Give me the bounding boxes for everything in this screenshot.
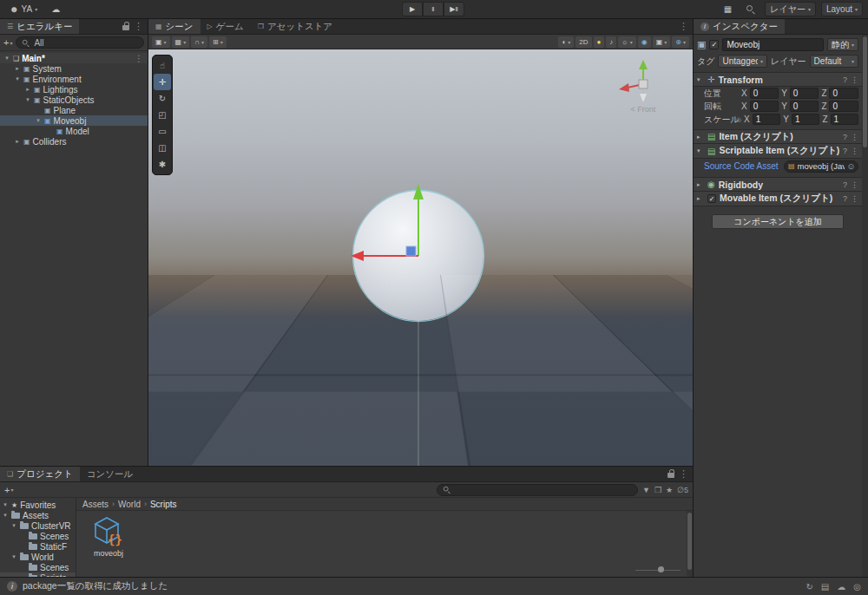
scrollbar-thumb[interactable]	[863, 36, 867, 147]
rect-tool-button[interactable]: ▭	[154, 123, 171, 140]
foldout-arrow-icon[interactable]: ▾	[3, 55, 10, 62]
step-button[interactable]: ▶‖	[444, 2, 464, 16]
active-checkbox[interactable]: ✓	[709, 40, 719, 49]
foldout-arrow-icon[interactable]: ▾	[24, 96, 31, 103]
hierarchy-item-main[interactable]: ▾ ❏ Main* ⋮	[0, 53, 148, 63]
position-x-field[interactable]: 0	[750, 88, 779, 99]
account-button[interactable]: ☻ YA ▾	[5, 2, 42, 16]
gizmo-xy-plane-handle[interactable]	[406, 246, 416, 256]
source-code-asset-field[interactable]: ▤ moveobj (Java S ⊙	[784, 160, 858, 173]
hierarchy-item-colliders[interactable]: ▸ ▣ Colliders	[0, 136, 148, 147]
layers-dropdown[interactable]: レイヤー ▾	[765, 2, 816, 16]
lock-icon[interactable]	[122, 25, 129, 30]
scale-x-field[interactable]: 1	[753, 114, 780, 125]
project-scrollbar[interactable]	[687, 511, 693, 577]
foldout-arrow-icon[interactable]: ▸	[24, 86, 31, 93]
rotation-y-field[interactable]: 0	[790, 101, 819, 112]
status-message[interactable]: package一覧の取得に成功しました	[23, 580, 168, 592]
scene-audio-toggle[interactable]: ♪	[606, 36, 616, 48]
console-icon[interactable]: ▤	[821, 582, 829, 592]
object-name-field[interactable]: Moveobj	[722, 38, 824, 51]
kebab-menu-icon[interactable]: ⋮	[679, 468, 688, 480]
scale-y-field[interactable]: 1	[792, 114, 819, 125]
kebab-menu-icon[interactable]: ⋮	[135, 54, 148, 63]
help-icon[interactable]: ?	[843, 133, 847, 141]
kebab-menu-icon[interactable]: ⋮	[679, 21, 688, 32]
status-circle-icon[interactable]: ◎	[853, 582, 861, 592]
search-button[interactable]	[741, 2, 760, 16]
camera-settings-dropdown[interactable]: ▣ ▾	[653, 36, 671, 48]
tab-scene[interactable]: ▦ シーン	[148, 19, 201, 34]
help-icon[interactable]: ?	[843, 147, 847, 155]
hand-tool-button[interactable]: ☝	[154, 57, 171, 74]
component-header-movable-item[interactable]: ▸ ✓ Movable Item (スクリプト) ? ⋮	[694, 192, 862, 206]
cloud-button[interactable]: ☁	[47, 2, 64, 16]
foldout-arrow-icon[interactable]: ▾	[35, 117, 42, 124]
project-tree-clustervr[interactable]: ▾ ClusterVR	[0, 520, 76, 531]
activity-refresh-icon[interactable]: ↻	[806, 582, 812, 592]
gizmo-center-cube[interactable]	[639, 80, 648, 88]
kebab-menu-icon[interactable]: ⋮	[851, 180, 858, 189]
orientation-gizmo[interactable]: < Front	[606, 53, 681, 114]
search-by-type-icon[interactable]: ▼	[642, 486, 650, 494]
lock-icon[interactable]	[667, 473, 674, 478]
effects-dropdown[interactable]: ☼ ▾	[618, 36, 635, 48]
slider-knob[interactable]	[658, 566, 664, 572]
tab-hierarchy[interactable]: ☰ ヒエラルキー	[0, 19, 79, 34]
project-tree-assets[interactable]: ▾ Assets	[0, 510, 76, 520]
pause-button[interactable]: ‖	[423, 2, 444, 16]
kebab-menu-icon[interactable]: ⋮	[851, 75, 858, 84]
foldout-arrow-icon[interactable]: ▾	[697, 76, 704, 83]
axis-down-cone[interactable]	[640, 94, 647, 102]
hierarchy-item-moveobj[interactable]: ▾ ▣ Moveobj	[0, 115, 148, 126]
hierarchy-item-environment[interactable]: ▾ ▣ Environment	[0, 74, 148, 84]
breadcrumb-scripts[interactable]: Scripts	[150, 500, 177, 509]
component-header-rigidbody[interactable]: ▸ ◉ Rigidbody ? ⋮	[694, 177, 862, 192]
kebab-menu-icon[interactable]: ⋮	[134, 21, 143, 32]
tab-project[interactable]: ❏ プロジェクト	[0, 467, 80, 481]
tool-settings-dropdown[interactable]: ▣ ▾	[152, 36, 170, 48]
scene-viewport[interactable]: ☝ ✛ ↻ ◰ ▭ ◫ ✱ < Front	[148, 49, 693, 466]
foldout-arrow-icon[interactable]: ▸	[697, 195, 704, 202]
thumbnail-zoom-slider[interactable]	[635, 566, 681, 574]
axis-x-cone[interactable]	[619, 83, 629, 92]
cloud-sync-icon[interactable]: ☁	[837, 582, 845, 592]
scrollbar-thumb[interactable]	[687, 513, 692, 570]
scene-lighting-toggle[interactable]: ●	[594, 36, 605, 48]
scale-tool-button[interactable]: ◰	[154, 107, 171, 123]
project-tree-scenes-2[interactable]: Scenes	[0, 562, 76, 572]
rotate-tool-button[interactable]: ↻	[154, 90, 171, 107]
project-tree-favorites[interactable]: ▾ ★ Favorites	[0, 500, 76, 510]
gizmos-dropdown[interactable]: ⊕ ▾	[672, 36, 689, 48]
shading-mode-dropdown[interactable]: ◐ ▾	[558, 36, 574, 48]
custom-tool-button[interactable]: ✱	[154, 156, 171, 173]
foldout-arrow-icon[interactable]: ▾	[2, 501, 9, 508]
help-icon[interactable]: ?	[843, 180, 847, 189]
foldout-arrow-icon[interactable]: ▸	[14, 65, 21, 72]
position-z-field[interactable]: 0	[829, 88, 858, 99]
tab-asset-store[interactable]: ❒ アセットストア	[251, 19, 339, 34]
source-code-asset-label[interactable]: Source Code Asset	[704, 161, 780, 171]
project-search-input[interactable]	[437, 484, 638, 496]
grid-visibility-dropdown[interactable]: ▦ ▾	[172, 36, 190, 48]
hierarchy-item-lightings[interactable]: ▸ ▣ Lightings	[0, 84, 148, 95]
foldout-arrow-icon[interactable]: ▸	[14, 138, 21, 145]
help-icon[interactable]: ?	[843, 75, 847, 84]
breadcrumb-world[interactable]: World	[118, 500, 141, 509]
foldout-arrow-icon[interactable]: ▾	[10, 553, 17, 560]
foldout-arrow-icon[interactable]: ▾	[697, 147, 704, 154]
hierarchy-search-input[interactable]: All	[16, 36, 144, 49]
move-tool-button[interactable]: ✛	[154, 74, 171, 90]
tab-console[interactable]: コンソール	[80, 467, 140, 481]
kebab-menu-icon[interactable]: ⋮	[851, 133, 858, 141]
project-tree-world[interactable]: ▾ World	[0, 552, 76, 562]
position-y-field[interactable]: 0	[790, 88, 819, 99]
component-header-transform[interactable]: ▾ ✛ Transform ? ⋮	[694, 72, 862, 87]
object-picker-icon[interactable]: ⊙	[847, 162, 854, 171]
static-dropdown[interactable]: 静的 ▾	[827, 38, 858, 51]
foldout-arrow-icon[interactable]: ▾	[14, 75, 21, 82]
hierarchy-item-staticobjects[interactable]: ▾ ▣ StaticObjects	[0, 95, 148, 105]
play-button[interactable]: ▶	[402, 2, 423, 16]
layer-dropdown[interactable]: Default ▾	[810, 55, 858, 68]
axis-y-cone[interactable]	[639, 60, 648, 69]
